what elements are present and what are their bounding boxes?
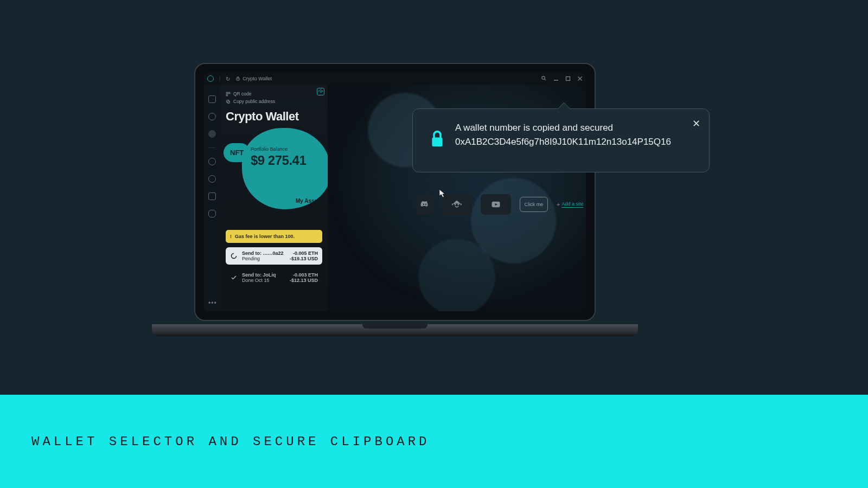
rail-telegram-icon[interactable] xyxy=(208,130,216,138)
rail-whatsapp-icon[interactable] xyxy=(208,113,216,120)
caption-banner: WALLET SELECTOR AND SECURE CLIPBOARD xyxy=(0,395,868,488)
brand-logo-icon xyxy=(207,75,214,82)
tile-click-me[interactable]: Click me xyxy=(520,197,548,212)
balance-card[interactable]: Portfolio Balance $9 275.41 My Assets xyxy=(242,128,330,209)
svg-rect-12 xyxy=(432,137,442,146)
rail-settings-icon[interactable] xyxy=(208,210,216,217)
portfolio-balance-amount: $9 275.41 xyxy=(251,153,324,168)
toast-address: 0xA1B2C3D4e5f6g7h8I9J10K11m12n13o14P15Q1… xyxy=(455,135,695,149)
nft-pill-label: NFT xyxy=(230,149,244,157)
close-toast-button[interactable]: ✕ xyxy=(692,117,700,131)
laptop-frame: | ↻ Crypto Wallet xyxy=(194,63,596,334)
wallet-mini-links: QR code Copy public address xyxy=(226,91,322,104)
rail-player-icon[interactable] xyxy=(208,158,216,165)
maximize-button[interactable] xyxy=(565,76,571,81)
screen-bezel: | ↻ Crypto Wallet xyxy=(194,63,596,321)
lock-small-icon xyxy=(235,76,240,82)
laptop-notch xyxy=(362,324,427,329)
rail-history-icon[interactable] xyxy=(208,175,216,183)
alert-icon: ! xyxy=(230,234,232,239)
wallet-copy-label: Copy public address xyxy=(233,99,275,104)
svg-rect-3 xyxy=(566,77,570,81)
transaction-done[interactable]: Send to: JoLiq Done Oct 15 -0.003 ETH -$… xyxy=(226,269,322,286)
gas-fee-banner: ! Gas fee is lower than 100. xyxy=(226,230,322,243)
tx1-amount-usd: -$19.13 USD xyxy=(290,256,318,261)
svg-rect-0 xyxy=(237,78,239,80)
copied-secure-toast: ✕ A wallet number is copied and secured … xyxy=(412,108,710,172)
reload-icon[interactable]: ↻ xyxy=(226,76,230,82)
tile-discord[interactable] xyxy=(417,194,433,215)
transaction-list: ! Gas fee is lower than 100. Send to: ……… xyxy=(226,230,322,286)
tab-label-text: Crypto Wallet xyxy=(242,76,272,81)
my-assets-label: My Assets xyxy=(296,198,322,204)
mouse-cursor-icon xyxy=(439,189,446,198)
lock-icon xyxy=(429,130,445,149)
check-icon xyxy=(230,274,238,281)
wallet-title: Crypto Wallet xyxy=(226,110,322,124)
tx1-amount-eth: -0.005 ETH xyxy=(290,251,318,256)
close-window-button[interactable] xyxy=(577,76,583,81)
search-icon[interactable] xyxy=(541,75,547,82)
svg-rect-8 xyxy=(227,101,230,104)
wallet-qr-link[interactable]: QR code xyxy=(226,91,322,97)
rail-cube-icon[interactable] xyxy=(208,192,216,200)
click-me-label: Click me xyxy=(525,202,544,207)
laptop-base xyxy=(152,324,638,336)
tab-crypto-wallet[interactable]: Crypto Wallet xyxy=(235,76,272,82)
tx2-line1: Send to: JoLiq xyxy=(242,272,285,278)
side-rail: ••• xyxy=(204,85,220,311)
my-assets-link[interactable]: My Assets xyxy=(296,188,322,204)
toast-message: A wallet number is copied and secured xyxy=(455,121,695,135)
rail-bookmarks-icon[interactable] xyxy=(208,95,216,103)
tx2-amount-usd: -$12.13 USD xyxy=(290,278,318,283)
svg-rect-5 xyxy=(226,92,228,94)
spinner-icon xyxy=(230,252,238,260)
tile-youtube[interactable] xyxy=(481,194,511,215)
titlebar-right xyxy=(541,75,583,82)
tx1-line1: Send to: ……0a22 xyxy=(242,251,285,256)
portfolio-balance-label: Portfolio Balance xyxy=(251,146,324,152)
rail-overflow-icon[interactable]: ••• xyxy=(208,299,217,307)
tx1-line2: Pending xyxy=(242,256,285,261)
tx2-amount-eth: -0.003 ETH xyxy=(290,272,318,278)
transaction-pending[interactable]: Send to: ……0a22 Pending -0.005 ETH -$19.… xyxy=(226,247,322,265)
rail-divider xyxy=(209,147,215,148)
plus-icon: + xyxy=(557,201,560,208)
svg-rect-9 xyxy=(227,100,229,102)
minimize-button[interactable] xyxy=(553,76,559,81)
tx2-line2: Done Oct 15 xyxy=(242,278,285,283)
caption-text: WALLET SELECTOR AND SECURE CLIPBOARD xyxy=(31,434,430,449)
svg-rect-6 xyxy=(228,92,230,94)
wallet-settings-icon[interactable] xyxy=(317,88,324,95)
wallet-panel: QR code Copy public address Crypto Walle… xyxy=(220,85,328,311)
add-site-label: Add a site xyxy=(561,201,583,208)
wallet-qr-label: QR code xyxy=(233,91,252,97)
add-site-link[interactable]: + Add a site xyxy=(557,201,583,208)
titlebar-left: | ↻ Crypto Wallet xyxy=(207,75,272,82)
titlebar-divider: | xyxy=(219,76,220,81)
gas-fee-text: Gas fee is lower than 100. xyxy=(235,234,295,239)
window-titlebar: | ↻ Crypto Wallet xyxy=(204,73,586,85)
svg-point-1 xyxy=(542,76,545,79)
svg-point-4 xyxy=(320,91,321,92)
wallet-copy-address-link[interactable]: Copy public address xyxy=(226,99,322,104)
svg-rect-7 xyxy=(226,94,228,96)
